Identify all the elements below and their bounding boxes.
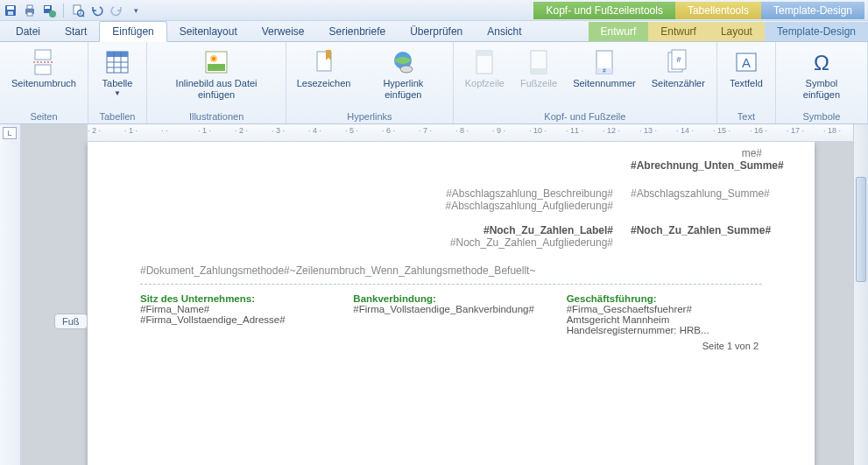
footer-line: Handelsregisternummer: HRB...	[567, 325, 762, 335]
footer-header: Bankverbindung:	[353, 293, 548, 304]
button-label: Seitenzähler	[652, 78, 705, 89]
svg-rect-4	[27, 5, 32, 9]
svg-rect-29	[476, 51, 492, 56]
scrollbar-thumb[interactable]	[856, 177, 866, 282]
tab-serienbriefe[interactable]: Serienbriefe	[316, 22, 398, 41]
print-preview-icon[interactable]	[71, 4, 85, 18]
context-tab-template: Template-Design	[761, 2, 864, 19]
ribbon-tabs: Datei Start Einfügen Seitenlayout Verwei…	[0, 21, 868, 42]
placeholder-abrechnung-summe: #Abrechnung_Unten_Summe#	[631, 159, 762, 172]
inlinebild-button[interactable]: Inlinebild aus Datei einfügen	[152, 46, 280, 102]
print-icon[interactable]	[23, 4, 37, 18]
placeholder-noch-label: #Noch_Zu_Zahlen_Label#	[140, 224, 613, 236]
save-icon[interactable]	[4, 4, 18, 18]
tab-entwurf-green[interactable]: Entwurf	[589, 22, 649, 41]
svg-rect-1	[7, 6, 14, 10]
group-label: Tabellen	[94, 109, 141, 123]
document-page[interactable]: Fuß me# #Abrechnung_Unten_Summe# #Abschl…	[88, 142, 815, 465]
tab-ueberpruefen[interactable]: Überprüfen	[398, 22, 475, 41]
placeholder-noch-aufgliederung: #Noch_Zu_Zahlen_Aufgliederung#	[140, 236, 613, 249]
vertical-ruler[interactable]: L	[0, 124, 21, 465]
footer-columns: Sitz des Unternehmens: #Firma_Name# #Fir…	[140, 293, 762, 335]
group-tabellen: Tabelle ▼ Tabellen	[88, 42, 147, 123]
qat-dropdown-icon[interactable]: ▾	[129, 4, 143, 18]
page-count-icon: #	[664, 48, 692, 76]
svg-text:#: #	[603, 67, 606, 74]
footer-icon	[525, 48, 553, 76]
placeholder-abschlag-summe: #Abschlagszahlung_Summe#	[631, 187, 762, 212]
tab-layout[interactable]: Layout	[709, 22, 765, 41]
ruler-tick: · 1 ·	[124, 126, 138, 135]
seitennummer-button[interactable]: # Seitennummer	[567, 46, 642, 92]
ruler-tick: · 1 ·	[198, 126, 211, 135]
tab-entwurf-yellow[interactable]: Entwurf	[648, 22, 709, 41]
header-icon	[470, 48, 498, 76]
footer-line: #Firma_Vollstaendige_Adresse#	[140, 314, 335, 325]
title-bar: ▾ Kopf- und Fußzeilentools Tabellentools…	[0, 0, 868, 21]
redo-icon[interactable]	[109, 4, 123, 18]
svg-text:Ω: Ω	[814, 51, 829, 74]
svg-rect-31	[531, 68, 547, 74]
horizontal-ruler[interactable]: · 2 ·· 1 ·· ·· 1 ·· 2 ·· 3 ·· 4 ·· 5 ·· …	[88, 124, 853, 142]
button-label: Fußzeile	[520, 78, 557, 89]
ruler-tick: · 16 ·	[750, 126, 767, 135]
lesezeichen-button[interactable]: Lesezeichen	[292, 46, 356, 92]
footer-line: Amtsgericht Mannheim	[567, 314, 762, 325]
tab-verweise[interactable]: Verweise	[250, 22, 317, 41]
symbol-button[interactable]: Ω Symbol einfügen	[781, 46, 862, 102]
tab-einfuegen[interactable]: Einfügen	[99, 21, 166, 42]
button-label: Kopfzeile	[465, 78, 505, 89]
ruler-tick: · 7 ·	[419, 126, 432, 135]
ruler-tick: · 6 ·	[382, 126, 395, 135]
textfeld-button[interactable]: A Textfeld	[723, 46, 770, 92]
ruler-tick: · 2 ·	[235, 126, 248, 135]
button-label: Hyperlink einfügen	[365, 78, 441, 100]
svg-rect-2	[8, 11, 13, 15]
ruler-tick: · 2 ·	[88, 126, 101, 135]
document-area: · 2 ·· 1 ·· ·· 1 ·· 2 ·· 3 ·· 4 ·· 5 ·· …	[21, 124, 853, 465]
tabelle-button[interactable]: Tabelle ▼	[94, 46, 141, 100]
svg-point-27	[400, 66, 413, 73]
table-icon	[103, 48, 131, 76]
placeholder-abschlag-aufgliederung: #Abschlagszahlung_Aufgliederung#	[140, 200, 613, 212]
tab-ansicht[interactable]: Ansicht	[475, 22, 533, 41]
seitenumbruch-button[interactable]: Seitenumbruch	[5, 46, 82, 92]
ruler-tick: · 10 ·	[529, 126, 547, 135]
footer-tab-label[interactable]: Fuß	[54, 314, 88, 329]
omega-icon: Ω	[808, 48, 836, 76]
undo-icon[interactable]	[90, 4, 104, 18]
tab-template-design[interactable]: Template-Design	[765, 22, 868, 41]
tab-start[interactable]: Start	[53, 22, 99, 41]
group-label: Seiten	[5, 109, 82, 123]
footer-separator	[140, 284, 762, 285]
page-number: Seite 1 von 2	[140, 341, 762, 351]
tab-seitenlayout[interactable]: Seitenlayout	[167, 22, 250, 41]
page-number-icon: #	[590, 48, 618, 76]
tab-stop-indicator[interactable]: L	[3, 127, 17, 139]
svg-rect-16	[107, 52, 128, 57]
vertical-scrollbar[interactable]	[853, 124, 868, 465]
footer-col-3: Geschäftsführung: #Firma_Geschaeftsfuehr…	[567, 293, 762, 335]
textbox-icon: A	[732, 48, 760, 76]
ruler-tick: · 5 ·	[345, 126, 358, 135]
button-label: Seitenumbruch	[11, 78, 76, 89]
placeholder-noch-summe: #Noch_Zu_Zahlen_Summe#	[631, 224, 762, 249]
fusszeile-button: Fußzeile	[514, 46, 563, 92]
group-label: Illustrationen	[152, 109, 280, 123]
hyperlink-button[interactable]: Hyperlink einfügen	[359, 46, 448, 102]
placeholder-text: me#	[140, 147, 762, 159]
save-print-icon[interactable]	[42, 4, 56, 18]
seitenzaehler-button[interactable]: # Seitenzähler	[646, 46, 711, 92]
svg-line-11	[82, 15, 84, 17]
ruler-tick: · 9 ·	[492, 126, 505, 135]
svg-rect-7	[45, 6, 50, 9]
dropdown-icon: ▼	[114, 89, 121, 97]
button-label: Lesezeichen	[297, 78, 351, 89]
button-label: Textfeld	[730, 78, 763, 89]
ruler-tick: · 12 ·	[603, 126, 620, 135]
placeholder-abschlag-beschreibung: #Abschlagszahlung_Beschreibung#	[140, 187, 613, 200]
tab-datei[interactable]: Datei	[4, 22, 53, 41]
footer-col-2: Bankverbindung: #Firma_Vollstaendige_Ban…	[353, 293, 548, 335]
svg-point-24	[212, 57, 215, 60]
group-illustrationen: Inlinebild aus Datei einfügen Illustrati…	[147, 42, 286, 123]
